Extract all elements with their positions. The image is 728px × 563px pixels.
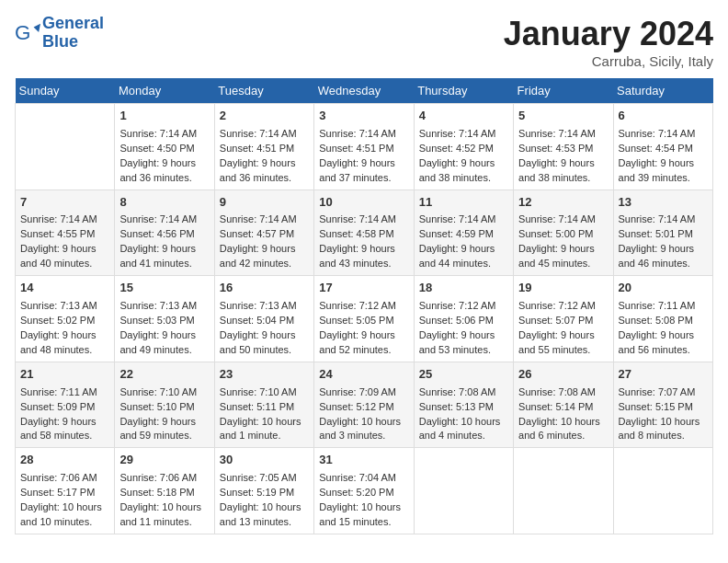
cell-content: Sunset: 5:20 PM [319,486,408,500]
cell-content: Daylight: 9 hours [619,242,708,257]
cell-content: Sunrise: 7:10 AM [220,385,309,400]
cell-content: and 40 minutes. [20,257,109,271]
cell-content: Sunrise: 7:14 AM [619,127,708,142]
day-header-friday: Friday [514,78,613,104]
cell-content: Sunset: 5:12 PM [319,400,408,415]
cell-content: Sunset: 5:04 PM [220,314,309,328]
cell-content: Sunset: 5:09 PM [20,400,109,415]
day-header-sunday: Sunday [16,78,115,104]
cell-content: Sunset: 5:00 PM [518,227,608,242]
cell-content: Sunset: 4:55 PM [20,227,109,242]
cell-content: Daylight: 9 hours [319,328,408,343]
logo: G General Blue [15,15,104,52]
cell-content: Sunset: 5:17 PM [20,486,109,500]
cell-content: Sunset: 4:53 PM [518,142,608,156]
calendar-cell: 17Sunrise: 7:12 AMSunset: 5:05 PMDayligh… [314,276,414,362]
cell-content: Sunrise: 7:13 AM [20,299,109,314]
cell-content: Daylight: 10 hours [619,415,708,430]
cell-content: Sunrise: 7:14 AM [319,127,408,142]
day-number: 10 [319,194,408,212]
cell-content: and 15 minutes. [319,515,408,530]
cell-content: Daylight: 9 hours [20,242,109,257]
cell-content: and 13 minutes. [220,515,309,530]
calendar-cell: 16Sunrise: 7:13 AMSunset: 5:04 PMDayligh… [214,276,313,362]
day-header-thursday: Thursday [414,78,513,104]
cell-content: Sunset: 4:51 PM [319,142,408,156]
cell-content: Sunrise: 7:12 AM [419,299,508,314]
logo-text: General Blue [42,15,104,52]
cell-content: Sunrise: 7:14 AM [419,213,508,227]
cell-content: Sunrise: 7:14 AM [220,213,309,227]
cell-content: and 53 minutes. [419,343,508,358]
day-number: 27 [619,366,708,384]
cell-content: Sunset: 4:54 PM [619,142,708,156]
day-number: 5 [518,108,608,125]
cell-content: Sunset: 4:51 PM [220,142,309,156]
day-number: 1 [119,108,209,125]
cell-content: Sunrise: 7:14 AM [119,127,209,142]
calendar-cell: 7Sunrise: 7:14 AMSunset: 4:55 PMDaylight… [16,190,115,276]
cell-content: and 42 minutes. [220,257,309,271]
cell-content: Daylight: 9 hours [119,415,209,430]
day-header-saturday: Saturday [613,78,712,104]
cell-content: and 36 minutes. [119,171,209,186]
calendar-cell: 8Sunrise: 7:14 AMSunset: 4:56 PMDaylight… [115,190,214,276]
cell-content: Daylight: 10 hours [319,415,408,430]
cell-content: Daylight: 9 hours [119,156,209,171]
cell-content: Sunset: 5:06 PM [419,314,508,328]
cell-content: Daylight: 10 hours [220,500,309,515]
day-number: 22 [119,366,209,384]
day-header-wednesday: Wednesday [314,78,414,104]
calendar-cell: 12Sunrise: 7:14 AMSunset: 5:00 PMDayligh… [514,190,613,276]
cell-content: Sunset: 4:58 PM [319,227,408,242]
cell-content: Sunrise: 7:04 AM [319,471,408,486]
cell-content: Daylight: 9 hours [619,328,708,343]
day-number: 13 [619,194,708,212]
calendar-cell: 20Sunrise: 7:11 AMSunset: 5:08 PMDayligh… [613,276,712,362]
cell-content: Sunset: 4:52 PM [419,142,508,156]
cell-content: and 37 minutes. [319,171,408,186]
cell-content: Daylight: 9 hours [319,242,408,257]
cell-content: Sunset: 5:14 PM [518,400,608,415]
calendar-cell: 30Sunrise: 7:05 AMSunset: 5:19 PMDayligh… [214,448,313,534]
cell-content: Daylight: 9 hours [419,156,508,171]
cell-content: Daylight: 9 hours [419,242,508,257]
cell-content: Daylight: 10 hours [518,415,608,430]
cell-content: Sunset: 5:10 PM [119,400,209,415]
day-number: 31 [319,452,408,469]
calendar-cell: 22Sunrise: 7:10 AMSunset: 5:10 PMDayligh… [115,362,214,448]
cell-content: Sunrise: 7:11 AM [20,385,109,400]
cell-content: Sunrise: 7:06 AM [119,471,209,486]
cell-content: and 8 minutes. [619,429,708,443]
cell-content: and 43 minutes. [319,257,408,271]
day-number: 7 [20,194,109,212]
day-number: 14 [20,280,109,297]
cell-content: Daylight: 9 hours [220,242,309,257]
calendar-cell: 11Sunrise: 7:14 AMSunset: 4:59 PMDayligh… [414,190,513,276]
logo-icon: G [15,20,40,46]
calendar-cell: 26Sunrise: 7:08 AMSunset: 5:14 PMDayligh… [514,362,613,448]
page-header: G General Blue January 2024 Carruba, Sic… [15,15,713,69]
cell-content: and 3 minutes. [319,429,408,443]
cell-content: and 39 minutes. [619,171,708,186]
cell-content: Daylight: 9 hours [119,242,209,257]
day-number: 19 [518,280,608,297]
calendar-cell: 1Sunrise: 7:14 AMSunset: 4:50 PMDaylight… [115,104,214,190]
day-number: 8 [119,194,209,212]
calendar-cell [16,104,115,190]
cell-content: Sunset: 5:02 PM [20,314,109,328]
cell-content: Sunrise: 7:14 AM [419,127,508,142]
cell-content: and 38 minutes. [518,171,608,186]
day-number: 2 [220,108,309,125]
cell-content: Daylight: 9 hours [20,415,109,430]
cell-content: Sunrise: 7:10 AM [119,385,209,400]
cell-content: Sunset: 4:57 PM [220,227,309,242]
cell-content: Sunrise: 7:09 AM [319,385,408,400]
calendar-cell: 15Sunrise: 7:13 AMSunset: 5:03 PMDayligh… [115,276,214,362]
cell-content: Sunrise: 7:14 AM [119,213,209,227]
cell-content: Sunrise: 7:14 AM [619,213,708,227]
cell-content: Sunset: 4:56 PM [119,227,209,242]
calendar-cell: 29Sunrise: 7:06 AMSunset: 5:18 PMDayligh… [115,448,214,534]
calendar-cell: 6Sunrise: 7:14 AMSunset: 4:54 PMDaylight… [613,104,712,190]
cell-content: Sunrise: 7:12 AM [319,299,408,314]
